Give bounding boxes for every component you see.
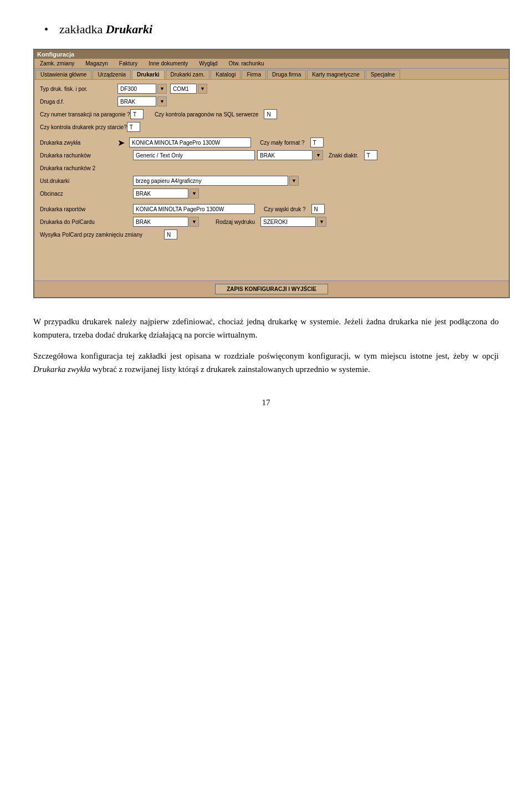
kontrola-row: Czy kontrola drukarek przy starcie? T xyxy=(40,121,503,132)
paragon-label: Czy numer transakcji na paragonie ? xyxy=(40,111,130,118)
wysylka-row: Wysyłka PolCard przy zamknięciu zmiany N xyxy=(40,229,503,240)
drukarka-rachunkow-value[interactable]: Generic / Text Only xyxy=(133,150,255,160)
znaki-diaktr-label: Znaki diaktr. xyxy=(329,152,359,159)
drukarka-polcard-value[interactable]: BRAK xyxy=(133,217,188,227)
brak-rachunkow-dropdown[interactable]: ▼ xyxy=(314,150,323,160)
tab-bar: Ustawienia główne Urządzenia Drukarki Dr… xyxy=(34,69,509,80)
maly-format-value[interactable]: T xyxy=(310,137,324,147)
obcinacz-value[interactable]: BRAK xyxy=(133,188,188,198)
ust-drukarki-row: Ust.drukarki brzeg papieru A4/graficzny … xyxy=(40,175,503,186)
ust-drukarki-value[interactable]: brzeg papieru A4/graficzny xyxy=(133,176,288,186)
sql-value[interactable]: N xyxy=(264,109,277,119)
window-titlebar: Konfiguracja xyxy=(34,50,509,59)
drukarka-zwykla-label: Drukarka zwykła xyxy=(40,140,117,146)
rodzaj-wydruku-value[interactable]: SZEROKI xyxy=(260,217,316,227)
ust-drukarki-dropdown[interactable]: ▼ xyxy=(289,176,299,186)
rodzaj-wydruku-label: Rodzaj wydruku xyxy=(216,219,255,225)
drukarka-polcard-label: Drukarka do PolCardu xyxy=(40,219,117,225)
com-value[interactable]: COM1 xyxy=(170,84,197,94)
menu-bar: Zamk. zmiany Magazyn Faktury Inne dokume… xyxy=(34,59,509,69)
obcinacz-row: Obcinacz BRAK ▼ xyxy=(40,188,503,199)
konfiguracja-window: Konfiguracja Zamk. zmiany Magazyn Faktur… xyxy=(33,49,510,298)
menu-faktury[interactable]: Faktury xyxy=(114,59,143,68)
tab-karty-magnetyczne[interactable]: Karty magnetyczne xyxy=(307,70,365,79)
italic-text: Drukarka zwykła xyxy=(33,365,90,374)
wysylka-value[interactable]: N xyxy=(164,229,177,239)
window-footer: ZAPIS KONFIGURACJI I WYJŚCIE xyxy=(34,280,509,297)
body-text: W przypadku drukarek należy najpierw zde… xyxy=(33,315,499,376)
waski-druk-value[interactable]: N xyxy=(311,204,325,214)
typ-druk-value[interactable]: DF300 xyxy=(117,84,156,94)
paragraph-2: Szczegółowa konfiguracja tej zakładki je… xyxy=(33,349,499,376)
tab-firma[interactable]: Firma xyxy=(242,70,266,79)
drukarka-raportow-label: Drukarka raportów xyxy=(40,206,117,212)
drukarka-rachunkow2-row: Drukarka rachunków 2 xyxy=(40,162,503,174)
druga-df-dropdown[interactable]: ▼ xyxy=(157,96,167,106)
paragon-value[interactable]: T xyxy=(130,109,144,119)
paragon-row: Czy numer transakcji na paragonie ? T Cz… xyxy=(40,109,503,120)
arrow-icon: ➤ xyxy=(117,137,125,148)
brak-rachunkow-value[interactable]: BRAK xyxy=(257,150,313,160)
save-exit-button[interactable]: ZAPIS KONFIGURACJI I WYJŚCIE xyxy=(215,284,328,294)
tab-ustawienia-glowne[interactable]: Ustawienia główne xyxy=(35,70,91,79)
bullet-dot: • xyxy=(44,24,48,35)
tab-urzadzenia[interactable]: Urządzenia xyxy=(93,70,131,79)
druga-df-label: Druga d.f. xyxy=(40,99,117,105)
typ-druk-label: Typ druk. fisk. i por. xyxy=(40,86,117,92)
drukarka-polcard-dropdown[interactable]: ▼ xyxy=(190,217,199,227)
obcinacz-label: Obcinacz xyxy=(40,191,117,197)
heading-label: zakładka Drukarki xyxy=(59,22,152,37)
tab-druga-firma[interactable]: Druga firma xyxy=(267,70,306,79)
menu-inne-dokumenty[interactable]: Inne dokumenty xyxy=(143,59,193,68)
page-number: 17 xyxy=(33,398,499,407)
druga-df-value[interactable]: BRAK xyxy=(117,96,156,106)
drukarka-raportow-row: Drukarka raportów KONICA MINOLTA PagePro… xyxy=(40,203,503,215)
drukarka-polcard-row: Drukarka do PolCardu BRAK ▼ Rodzaj wydru… xyxy=(40,216,503,227)
com-dropdown[interactable]: ▼ xyxy=(198,84,207,94)
typ-druk-dropdown[interactable]: ▼ xyxy=(157,84,167,94)
drukarka-zwykla-value[interactable]: KONICA MINOLTA PagePro 1300W xyxy=(129,137,251,147)
obcinacz-dropdown[interactable]: ▼ xyxy=(190,188,199,198)
tab-specjalne[interactable]: Specjalne xyxy=(366,70,400,79)
znaki-diaktr-value[interactable]: T xyxy=(364,150,377,160)
paragraph-1: W przypadku drukarek należy najpierw zde… xyxy=(33,315,499,341)
bullet-heading: • zakładka Drukarki xyxy=(44,22,499,37)
drukarka-rachunkow-row: Drukarka rachunków Generic / Text Only B… xyxy=(40,150,503,161)
sql-label: Czy kontrola paragonów na SQL serwerze xyxy=(155,111,259,118)
menu-zamk-zmiany[interactable]: Zamk. zmiany xyxy=(34,59,80,68)
rodzaj-wydruku-dropdown[interactable]: ▼ xyxy=(317,217,326,227)
menu-otw-rachunku[interactable]: Otw. rachunku xyxy=(223,59,270,68)
typ-druk-row: Typ druk. fisk. i por. DF300 ▼ COM1 ▼ xyxy=(40,83,503,94)
drukarka-zwykla-row: Drukarka zwykła ➤ KONICA MINOLTA PagePro… xyxy=(40,137,503,148)
drukarka-rachunkow2-label: Drukarka rachunków 2 xyxy=(40,165,117,171)
tab-drukarki-zam[interactable]: Drukarki zam. xyxy=(166,70,210,79)
waski-druk-label: Czy wąski druk ? xyxy=(264,206,306,212)
menu-magazyn[interactable]: Magazyn xyxy=(80,59,114,68)
menu-wyglad[interactable]: Wygląd xyxy=(193,59,223,68)
form-area: Typ druk. fisk. i por. DF300 ▼ COM1 ▼ Dr… xyxy=(34,80,509,280)
ust-drukarki-label: Ust.drukarki xyxy=(40,178,117,184)
wysylka-label: Wysyłka PolCard przy zamknięciu zmiany xyxy=(40,232,162,238)
tab-katalogi[interactable]: Katalogi xyxy=(211,70,241,79)
maly-format-label: Czy mały format ? xyxy=(260,140,305,146)
kontrola-value[interactable]: T xyxy=(127,122,140,132)
drukarka-rachunkow-label: Drukarka rachunków xyxy=(40,152,117,159)
drukarka-raportow-value[interactable]: KONICA MINOLTA PagePro 1300W xyxy=(133,204,255,214)
druga-df-row: Druga d.f. BRAK ▼ xyxy=(40,96,503,107)
kontrola-label: Czy kontrola drukarek przy starcie? xyxy=(40,124,127,130)
tab-drukarki[interactable]: Drukarki xyxy=(132,70,165,79)
